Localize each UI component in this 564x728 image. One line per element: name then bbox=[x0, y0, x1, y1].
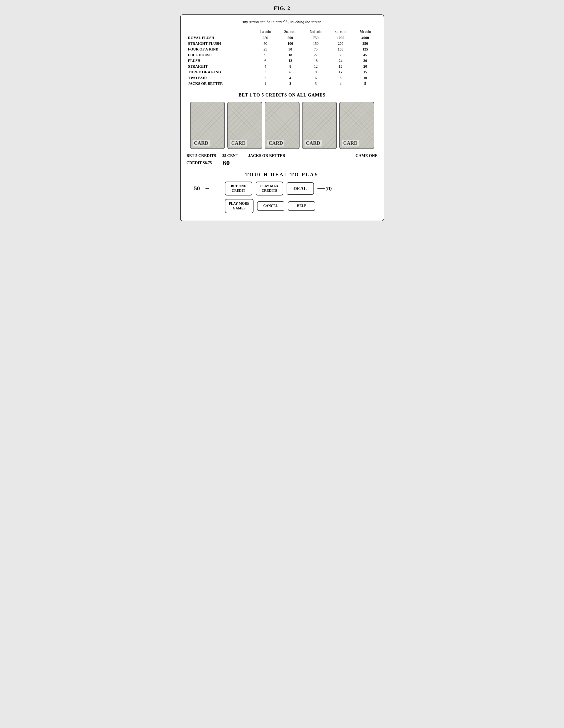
hand-name: STRAIGHT bbox=[187, 64, 254, 69]
coin-5-value: 20 bbox=[353, 64, 377, 69]
bet-section: BET 1 TO 5 CREDITS ON ALL GAMES CARDCARD… bbox=[187, 93, 378, 213]
coin-4-value: 12 bbox=[328, 69, 353, 75]
card-1[interactable]: CARD bbox=[190, 102, 225, 149]
right-arrow-line bbox=[317, 188, 325, 189]
bet-section-title: BET 1 TO 5 CREDITS ON ALL GAMES bbox=[187, 93, 378, 98]
paytable: 1st coin 2nd coin 3rd coin 4th coin 5th … bbox=[187, 29, 378, 87]
help-button[interactable]: HELP bbox=[288, 201, 315, 211]
coin-2-value: 6 bbox=[277, 69, 303, 75]
play-more-games-button[interactable]: PLAY MOREGAMES bbox=[225, 199, 254, 213]
col-header-4th: 4th coin bbox=[328, 29, 353, 35]
col-header-1st: 1st coin bbox=[253, 29, 277, 35]
game-type: JACKS OR BETTER bbox=[248, 153, 350, 158]
right-arrow-indicator: 70 bbox=[317, 185, 332, 192]
table-row: JACKS OR BETTER 1 2 3 4 5 bbox=[187, 81, 378, 87]
card-label: CARD bbox=[305, 140, 322, 146]
coin-1-value: 2 bbox=[253, 75, 277, 81]
card-5[interactable]: CARD bbox=[339, 102, 374, 149]
arrow-number: 60 bbox=[223, 159, 230, 167]
table-row: FLUSH 6 12 18 24 30 bbox=[187, 58, 378, 64]
coin-1-value: 3 bbox=[253, 69, 277, 75]
table-row: STRAIGHT FLUSH 50 100 150 200 250 bbox=[187, 41, 378, 47]
col-header-empty bbox=[187, 29, 254, 35]
left-arrow-line bbox=[205, 188, 209, 189]
page-title: FIG. 2 bbox=[274, 5, 290, 11]
coin-4-value: 16 bbox=[328, 64, 353, 69]
coin-4-value: 8 bbox=[328, 75, 353, 81]
coin-3-value: 75 bbox=[303, 47, 328, 52]
coin-2-value: 12 bbox=[277, 58, 303, 64]
table-row: TWO PAIR 2 4 6 8 10 bbox=[187, 75, 378, 81]
credit-row: CREDIT $8.75 60 bbox=[187, 159, 378, 167]
col-header-2nd: 2nd coin bbox=[277, 29, 303, 35]
coin-3-value: 12 bbox=[303, 64, 328, 69]
coin-5-value: 125 bbox=[353, 47, 377, 52]
coin-3-value: 18 bbox=[303, 58, 328, 64]
table-row: FULL HOUSE 9 18 27 36 45 bbox=[187, 52, 378, 58]
coin-5-value: 10 bbox=[353, 75, 377, 81]
table-row: STRAIGHT 4 8 12 16 20 bbox=[187, 64, 378, 69]
card-4[interactable]: CARD bbox=[302, 102, 337, 149]
table-row: THREE OF A KIND 3 6 9 12 15 bbox=[187, 69, 378, 75]
coin-4-value: 4 bbox=[328, 81, 353, 87]
hand-name: TWO PAIR bbox=[187, 75, 254, 81]
coin-1-value: 250 bbox=[253, 35, 277, 41]
buttons-section: BET ONECREDITPLAY MAXCREDITSDEAL70 PLAY … bbox=[225, 182, 332, 213]
game-info-row: BET 5 CREDITS 25 CENT JACKS OR BETTER GA… bbox=[187, 153, 378, 158]
coin-2-value: 8 bbox=[277, 64, 303, 69]
coin-3-value: 150 bbox=[303, 41, 328, 47]
buttons-row-2: PLAY MOREGAMESCANCELHELP bbox=[225, 199, 332, 213]
credit-label: CREDIT $8.75 bbox=[187, 161, 212, 165]
coin-3-value: 750 bbox=[303, 35, 328, 41]
coin-1-value: 9 bbox=[253, 52, 277, 58]
card-label: CARD bbox=[267, 140, 285, 146]
coin-3-value: 3 bbox=[303, 81, 328, 87]
cent-value: 25 CENT bbox=[222, 153, 242, 158]
coin-5-value: 4000 bbox=[353, 35, 377, 41]
coin-1-value: 4 bbox=[253, 64, 277, 69]
coin-5-value: 250 bbox=[353, 41, 377, 47]
fifty-label: 50 bbox=[194, 185, 204, 192]
card-label: CARD bbox=[230, 140, 247, 146]
buttons-row-1: BET ONECREDITPLAY MAXCREDITSDEAL70 bbox=[225, 182, 332, 195]
coin-3-value: 27 bbox=[303, 52, 328, 58]
arrow-line bbox=[214, 163, 222, 163]
bet-one-credit-button[interactable]: BET ONECREDIT bbox=[225, 182, 252, 195]
touch-deal-title: TOUCH DEAL TO PLAY bbox=[187, 172, 378, 178]
col-header-3rd: 3rd coin bbox=[303, 29, 328, 35]
game-info-area: BET 5 CREDITS 25 CENT JACKS OR BETTER GA… bbox=[187, 153, 378, 168]
cards-row: CARDCARDCARDCARDCARD bbox=[187, 102, 378, 149]
coin-5-value: 15 bbox=[353, 69, 377, 75]
card-2[interactable]: CARD bbox=[227, 102, 262, 149]
coin-2-value: 2 bbox=[277, 81, 303, 87]
coin-2-value: 100 bbox=[277, 41, 303, 47]
bet-credits-label: BET 5 CREDITS bbox=[187, 153, 216, 158]
hand-name: FULL HOUSE bbox=[187, 52, 254, 58]
hand-name: JACKS OR BETTER bbox=[187, 81, 254, 87]
coin-5-value: 45 bbox=[353, 52, 377, 58]
hand-name: THREE OF A KIND bbox=[187, 69, 254, 75]
coin-4-value: 36 bbox=[328, 52, 353, 58]
main-container: Any action can be initiated by touching … bbox=[180, 14, 384, 221]
coin-5-value: 30 bbox=[353, 58, 377, 64]
coin-4-value: 24 bbox=[328, 58, 353, 64]
card-3[interactable]: CARD bbox=[265, 102, 300, 149]
coin-2-value: 4 bbox=[277, 75, 303, 81]
coin-1-value: 1 bbox=[253, 81, 277, 87]
coin-3-value: 6 bbox=[303, 75, 328, 81]
coin-4-value: 200 bbox=[328, 41, 353, 47]
table-row: FOUR OF A KIND 25 50 75 100 125 bbox=[187, 47, 378, 52]
play-max-credits-button[interactable]: PLAY MAXCREDITS bbox=[256, 182, 283, 195]
cancel-button[interactable]: CANCEL bbox=[257, 201, 284, 211]
hand-name: FLUSH bbox=[187, 58, 254, 64]
coin-2-value: 500 bbox=[277, 35, 303, 41]
seventy-label: 70 bbox=[326, 185, 332, 192]
col-header-5th: 5th coin bbox=[353, 29, 377, 35]
coin-2-value: 18 bbox=[277, 52, 303, 58]
card-label: CARD bbox=[342, 140, 359, 146]
hand-name: FOUR OF A KIND bbox=[187, 47, 254, 52]
hand-name: STRAIGHT FLUSH bbox=[187, 41, 254, 47]
coin-1-value: 6 bbox=[253, 58, 277, 64]
coin-2-value: 50 bbox=[277, 47, 303, 52]
deal-button[interactable]: DEAL bbox=[287, 182, 314, 195]
